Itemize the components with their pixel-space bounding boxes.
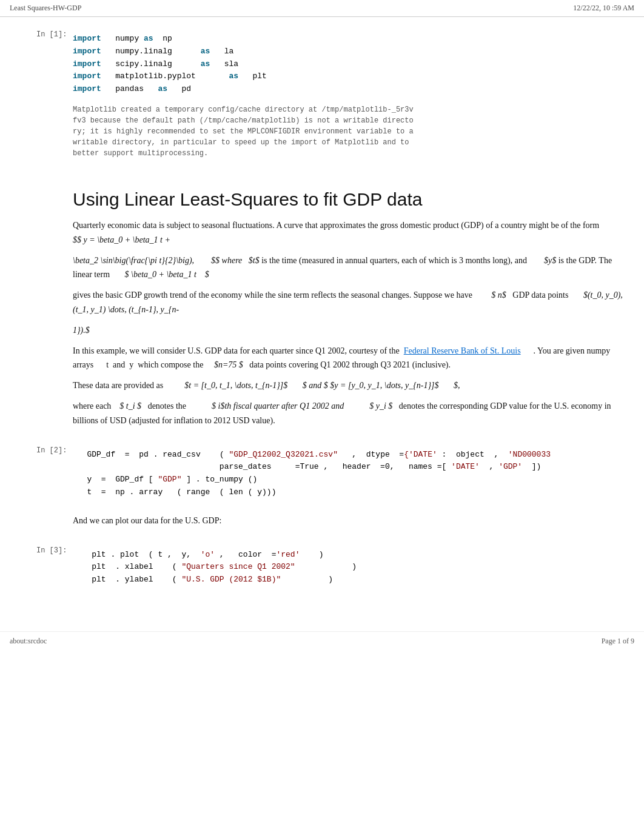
prose-gdp-points: GDP data points bbox=[512, 290, 568, 300]
math-t: $t$ bbox=[249, 256, 260, 265]
math-n: $ n$ bbox=[491, 290, 506, 300]
code-in2-line2: parse_dates =True , header =0, names =[ … bbox=[73, 461, 632, 474]
plot-text-spacer bbox=[36, 514, 73, 515]
math-dollar: $ bbox=[205, 270, 209, 279]
code-line-4: import matplotlib.pyplot as plt bbox=[73, 70, 632, 83]
prose-p5: These data are provided as $t = [t_0, t_… bbox=[73, 378, 632, 393]
code-in1: import numpy as np import numpy.linalg a… bbox=[73, 29, 632, 99]
code-line-3: import scipy.linalg as sla bbox=[73, 58, 632, 71]
cell-body-in3: plt . plot ( t , y, 'o' , color ='red' )… bbox=[73, 545, 632, 590]
code-in3-line3: plt . ylabel ( "U.S. GDP (2012 $1B)" ) bbox=[73, 574, 632, 586]
cell-in3: In [3]: plt . plot ( t , y, 'o' , color … bbox=[36, 545, 632, 590]
section-title-row: Using Linear Least-Squares to fit GDP da… bbox=[36, 177, 632, 434]
math-t-array: $t = [t_0, t_1, \dots, t_{n-1}]$ bbox=[184, 381, 287, 390]
prose-plot: And we can plot our data for the U.S. GD… bbox=[73, 514, 632, 528]
import-kw-5: import bbox=[73, 84, 101, 93]
cell-in2: In [2]: GDP_df = pd . read_csv ( "GDP_Q1… bbox=[36, 445, 632, 503]
main-content: In [1]: import numpy as np import numpy.… bbox=[0, 17, 644, 613]
math-yi: $ y_i $ bbox=[369, 401, 392, 411]
code-in3: plt . plot ( t , y, 'o' , color ='red' )… bbox=[73, 545, 632, 590]
section-title-spacer bbox=[36, 177, 73, 178]
import-kw-2: import bbox=[73, 47, 101, 56]
cell-body-in2: GDP_df = pd . read_csv ( "GDP_Q12002_Q32… bbox=[73, 445, 632, 503]
prose-p2: \beta_2 \sin\big(\frac{\pi t}{2}\big), $… bbox=[73, 253, 632, 283]
page-header: Least Squares-HW-GDP 12/22/22, 10 :59 AM bbox=[0, 0, 644, 17]
cell-label-in2: In [2]: bbox=[36, 445, 73, 455]
cell-body-in1: import numpy as np import numpy.linalg a… bbox=[73, 29, 632, 166]
code-in2: GDP_df = pd . read_csv ( "GDP_Q12002_Q32… bbox=[73, 445, 632, 503]
cell-label-in3: In [3]: bbox=[36, 545, 73, 555]
math-ith: $ i$th fiscal quarter after Q1 2002 and bbox=[212, 401, 344, 411]
footer-left: about:srcdoc bbox=[10, 637, 47, 646]
footer-right: Page 1 of 9 bbox=[602, 637, 634, 646]
section-title-body: Using Linear Least-Squares to fit GDP da… bbox=[73, 177, 632, 434]
math-points-end: 1}).$ bbox=[73, 326, 90, 335]
notebook-title: Least Squares-HW-GDP bbox=[10, 4, 81, 13]
prose-p6: where each $ t_i $ denotes the $ i$th fi… bbox=[73, 399, 632, 428]
code-in3-line2: plt . xlabel ( "Quarters since Q1 2002" … bbox=[73, 561, 632, 574]
cell-in1: In [1]: import numpy as np import numpy.… bbox=[36, 29, 632, 166]
prose-p3b: 1}).$ bbox=[73, 323, 632, 338]
code-in2-line1: GDP_df = pd . read_csv ( "GDP_Q12002_Q32… bbox=[73, 449, 632, 461]
plot-text-row: And we can plot our data for the U.S. GD… bbox=[36, 514, 632, 534]
cell-label-in1: In [1]: bbox=[36, 29, 73, 39]
cell-output-1: Matplotlib created a temporary config/ca… bbox=[73, 104, 632, 159]
code-in2-line4: t = np . array ( range ( len ( y))) bbox=[73, 486, 632, 499]
code-line-1: import numpy as np bbox=[73, 33, 632, 45]
math-y: $y$ bbox=[544, 256, 556, 265]
import-kw-4: import bbox=[73, 72, 101, 81]
prose-p4: In this example, we will consider U.S. G… bbox=[73, 344, 632, 373]
math-n75: $n=75 $ bbox=[214, 360, 243, 369]
math-ti: $ t_i $ bbox=[119, 401, 141, 411]
prose-p1: Quarterly economic data is subject to se… bbox=[73, 218, 632, 247]
math-comma: $, bbox=[454, 381, 460, 390]
page-footer: about:srcdoc Page 1 of 9 bbox=[0, 631, 644, 651]
timestamp: 12/22/22, 10 :59 AM bbox=[573, 4, 634, 13]
prose-where-text: is the time (measured in annual quarters… bbox=[261, 256, 527, 265]
math-and: $ and $ $y = [y_0, y_1, \dots, y_{n-1}]$ bbox=[303, 381, 439, 390]
code-in3-line1: plt . plot ( t , y, 'o' , color ='red' ) bbox=[73, 549, 632, 562]
code-line-5: import pandas as pd bbox=[73, 83, 632, 96]
import-kw-1: import bbox=[73, 34, 101, 43]
math-eq1: $$ y = \beta_0 + \beta_1 t + bbox=[73, 235, 170, 244]
math-beta-linear: $ \beta_0 + \beta_1 t bbox=[125, 270, 196, 279]
federal-reserve-link[interactable]: Federal Reserve Bank of St. Louis bbox=[404, 346, 521, 355]
math-where: $$ where bbox=[211, 256, 242, 265]
math-eq2: \beta_2 \sin\big(\frac{\pi t}{2}\big), bbox=[73, 256, 194, 265]
code-line-2: import numpy.linalg as la bbox=[73, 45, 632, 58]
section-title: Using Linear Least-Squares to fit GDP da… bbox=[73, 189, 632, 210]
import-kw-3: import bbox=[73, 59, 101, 69]
code-in2-line3: y = GDP_df [ "GDP" ] . to_numpy () bbox=[73, 474, 632, 486]
plot-text-body: And we can plot our data for the U.S. GD… bbox=[73, 514, 632, 534]
prose-p3: gives the basic GDP growth trend of the … bbox=[73, 288, 632, 317]
